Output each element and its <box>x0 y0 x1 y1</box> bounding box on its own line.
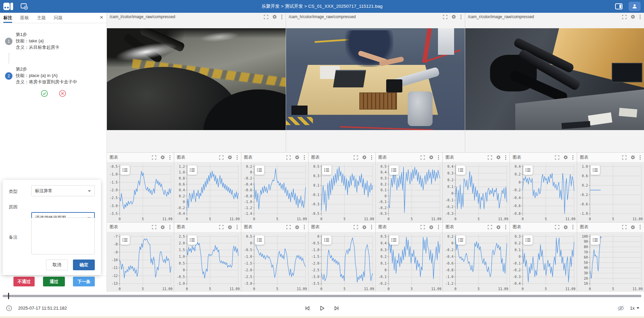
app-logo-icon[interactable] <box>3 3 13 10</box>
more-button[interactable] <box>460 14 462 20</box>
more-button[interactable] <box>572 224 574 230</box>
tab-panel[interactable]: 面板 <box>20 13 29 23</box>
fullscreen-button[interactable] <box>622 155 627 160</box>
info-button[interactable] <box>5 304 13 313</box>
fullscreen-button[interactable] <box>487 225 492 230</box>
chart-canvas[interactable]: 0.40.30.20.10-0.1-0.2-0.30511.09 <box>443 162 510 222</box>
more-button[interactable] <box>437 224 440 230</box>
more-button[interactable] <box>505 155 507 160</box>
chart-plot[interactable]: 0.50.40.30.20.10-0.1-0.2-0.30511.09 <box>376 162 443 222</box>
settings-button[interactable] <box>451 14 456 19</box>
settings-button[interactable] <box>630 155 636 160</box>
fullscreen-button[interactable] <box>420 155 425 160</box>
more-button[interactable] <box>169 224 171 230</box>
step-item[interactable]: 1第1步技能：take {a}含义：从目标拿起房卡 <box>5 31 104 50</box>
fullscreen-button[interactable] <box>555 225 560 230</box>
chart-plot[interactable]: 0.50.30.1-0.1-0.3-0.50511.09 <box>309 162 375 222</box>
legend-button[interactable] <box>188 165 197 175</box>
legend-button[interactable] <box>255 235 264 245</box>
chart-plot[interactable]: 0.50-0.5-1.0-1.5-2.0-2.5-3.00511.09 <box>241 232 308 292</box>
settings-button[interactable] <box>160 225 165 230</box>
settings-button[interactable] <box>630 14 636 19</box>
chart-canvas[interactable]: 2.52.01.51.00.50-0.5-1.00511.09 <box>174 232 241 292</box>
chart-canvas[interactable]: 1.21.00.80.60.40.20-0.2-0.40511.09 <box>174 162 241 222</box>
legend-button[interactable] <box>456 165 466 175</box>
legend-button[interactable] <box>120 165 130 175</box>
note-textarea[interactable] <box>31 217 95 254</box>
fullscreen-button[interactable] <box>219 225 224 230</box>
fullscreen-button[interactable] <box>353 225 358 230</box>
legend-button[interactable] <box>591 235 600 245</box>
legend-button[interactable] <box>322 235 331 245</box>
more-button[interactable] <box>639 14 641 20</box>
step-fail-button[interactable] <box>59 90 66 98</box>
chart-canvas[interactable]: 0.50.40.30.20.10-0.1-0.2-0.30511.09 <box>376 162 443 222</box>
legend-button[interactable] <box>188 235 197 245</box>
chart-plot[interactable]: -7-8-9-10-11-12-130511.09 <box>107 232 174 292</box>
chart-plot[interactable]: 0-0.5-1.0-1.5-2.0-2.5-3.0-3.50511.09 <box>309 232 375 292</box>
legend-button[interactable] <box>255 165 264 175</box>
chart-canvas[interactable]: -0.5-1.0-1.5-2.0-2.5-3.0-3.50511.09 <box>107 162 174 222</box>
more-button[interactable] <box>370 224 373 230</box>
reject-button[interactable]: 不通过 <box>13 277 35 286</box>
settings-button[interactable] <box>294 225 300 230</box>
more-button[interactable] <box>505 224 507 230</box>
more-button[interactable] <box>281 14 283 20</box>
settings-button[interactable] <box>160 155 165 160</box>
more-button[interactable] <box>303 155 306 160</box>
chart-canvas[interactable]: 0.40.20-0.2-0.4-0.6-0.80511.09 <box>510 162 577 222</box>
timeline-playhead[interactable] <box>8 293 9 299</box>
chart-canvas[interactable]: 0-0.5-1.0-1.5-2.0-2.5-3.0-3.50511.09 <box>309 232 375 292</box>
chart-plot[interactable]: 1.21.00.80.60.40.20-0.2-0.40511.09 <box>174 162 241 222</box>
chart-plot[interactable]: 1.00.60.2-0.2-0.6-1.00511.09 <box>577 162 644 222</box>
add-panel-button[interactable] <box>19 2 29 11</box>
chart-plot[interactable]: 1009080706050403020100511.09 <box>577 232 644 292</box>
play-button[interactable] <box>317 304 327 313</box>
fullscreen-button[interactable] <box>622 225 627 230</box>
more-button[interactable] <box>303 224 306 230</box>
more-button[interactable] <box>236 155 238 160</box>
legend-button[interactable] <box>322 165 331 175</box>
chart-canvas[interactable]: 0.20-0.2-0.4-0.6-0.8-1.0-1.2-1.40511.09 <box>241 162 308 222</box>
legend-button[interactable] <box>389 235 399 245</box>
approve-button[interactable]: 通过 <box>43 277 65 286</box>
cancel-button[interactable]: 取消 <box>46 260 68 270</box>
step-pass-button[interactable] <box>41 90 48 98</box>
fullscreen-button[interactable] <box>555 155 560 160</box>
confirm-button[interactable]: 确定 <box>73 260 95 270</box>
tab-topics[interactable]: 主题 <box>37 13 46 23</box>
settings-button[interactable] <box>362 155 367 160</box>
chart-plot[interactable]: 0.50.40.30.20.10-0.1-0.20511.09 <box>376 232 443 292</box>
settings-button[interactable] <box>496 225 501 230</box>
chart-plot[interactable]: -0.5-1.0-1.5-2.0-2.5-3.0-3.50511.09 <box>107 162 174 222</box>
settings-button[interactable] <box>362 225 367 230</box>
type-select[interactable]: 标注异常 <box>31 185 95 196</box>
more-button[interactable] <box>437 155 440 160</box>
fullscreen-button[interactable] <box>286 155 291 160</box>
fullscreen-button[interactable] <box>622 14 627 19</box>
fullscreen-button[interactable] <box>219 155 224 160</box>
more-button[interactable] <box>639 224 641 230</box>
chart-plot[interactable]: 0.30.20.10-0.1-0.2-0.3-0.40511.09 <box>510 232 577 292</box>
settings-button[interactable] <box>429 225 434 230</box>
more-button[interactable] <box>370 155 373 160</box>
legend-button[interactable] <box>389 165 399 175</box>
next-item-button[interactable]: 下一条 <box>73 277 95 286</box>
chart-canvas[interactable]: 0.20-0.2-0.4-0.6-0.8-1.0-1.20511.09 <box>443 232 510 292</box>
chart-plot[interactable]: 0.20-0.2-0.4-0.6-0.8-1.0-1.2-1.40511.09 <box>241 162 308 222</box>
fullscreen-button[interactable] <box>487 155 492 160</box>
timeline-track[interactable] <box>3 295 641 297</box>
chart-canvas[interactable]: 0.50-0.5-1.0-1.5-2.0-2.5-3.00511.09 <box>241 232 308 292</box>
more-button[interactable] <box>236 224 238 230</box>
settings-button[interactable] <box>227 225 233 230</box>
legend-button[interactable] <box>456 235 466 245</box>
chart-canvas[interactable]: 1009080706050403020100511.09 <box>577 232 644 292</box>
fullscreen-button[interactable] <box>152 225 157 230</box>
fullscreen-button[interactable] <box>420 225 425 230</box>
tab-issues[interactable]: 问题 <box>54 13 63 23</box>
chart-plot[interactable]: 0.40.30.20.10-0.1-0.2-0.30511.09 <box>443 162 510 222</box>
more-button[interactable] <box>639 155 641 160</box>
seek-forward-button[interactable] <box>332 304 341 313</box>
chart-canvas[interactable]: 0.50.40.30.20.10-0.1-0.20511.09 <box>376 232 443 292</box>
chart-canvas[interactable]: -7-8-9-10-11-12-130511.09 <box>107 232 174 292</box>
